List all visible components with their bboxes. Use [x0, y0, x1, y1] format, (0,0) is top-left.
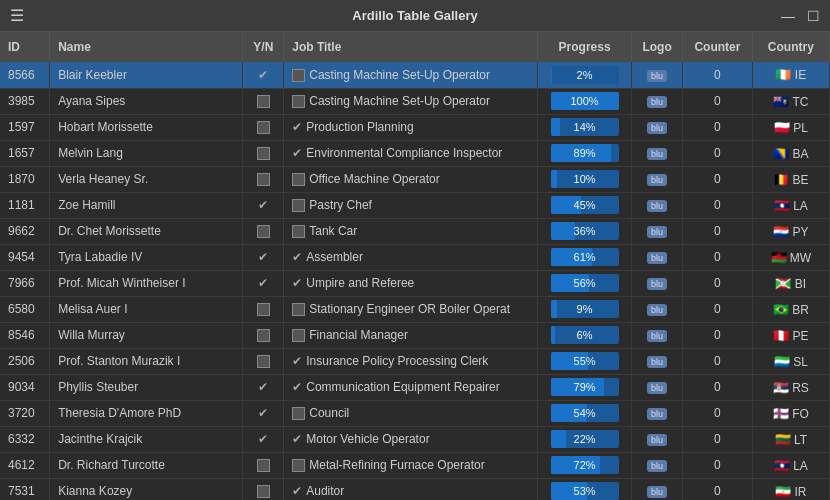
- cell-progress: 14%: [538, 114, 632, 140]
- cell-yn[interactable]: ✔: [243, 426, 284, 452]
- country-flag: 🇹🇨: [773, 94, 789, 109]
- cell-id: 6580: [0, 296, 50, 322]
- table-row[interactable]: 1657Melvin LangEnvironmental Compliance …: [0, 140, 830, 166]
- table-row[interactable]: 1597Hobart MorissetteProduction Planning…: [0, 114, 830, 140]
- cell-yn[interactable]: ✔: [243, 270, 284, 296]
- cell-name: Willa Murray: [50, 322, 243, 348]
- cell-id: 1870: [0, 166, 50, 192]
- cell-yn[interactable]: ✔: [243, 192, 284, 218]
- cell-yn[interactable]: [243, 140, 284, 166]
- job-check-icon: [292, 250, 306, 264]
- table-row[interactable]: 7966Prof. Micah Wintheiser I✔Umpire and …: [0, 270, 830, 296]
- yn-unchecked-icon: [257, 121, 270, 134]
- cell-yn[interactable]: [243, 348, 284, 374]
- country-flag: 🇫🇴: [773, 406, 789, 421]
- cell-counter: 0: [683, 322, 753, 348]
- cell-yn[interactable]: ✔: [243, 374, 284, 400]
- progress-bar: 100%: [551, 92, 619, 110]
- progress-label: 72%: [551, 459, 619, 471]
- cell-id: 7531: [0, 478, 50, 500]
- table-row[interactable]: 3720Theresia D'Amore PhD✔Council 54% blu…: [0, 400, 830, 426]
- title-bar: ☰ Ardillo Table Gallery — ☐: [0, 0, 830, 32]
- progress-label: 9%: [551, 303, 619, 315]
- col-header-yn[interactable]: Y/N: [243, 32, 284, 62]
- cell-yn[interactable]: [243, 452, 284, 478]
- table-row[interactable]: 9034Phyllis Steuber✔Communication Equipm…: [0, 374, 830, 400]
- cell-counter: 0: [683, 270, 753, 296]
- cell-jobtitle: Council: [284, 400, 538, 426]
- col-header-name[interactable]: Name: [50, 32, 243, 62]
- table-row[interactable]: 1870Verla Heaney Sr.Office Machine Opera…: [0, 166, 830, 192]
- yn-checked-icon: ✔: [258, 380, 268, 394]
- progress-label: 6%: [551, 329, 619, 341]
- cell-yn[interactable]: [243, 478, 284, 500]
- table-row[interactable]: 9454Tyra Labadie IV✔Assembler 61% blu0🇲🇼…: [0, 244, 830, 270]
- col-header-country[interactable]: Country: [752, 32, 829, 62]
- progress-bar: 79%: [551, 378, 619, 396]
- cell-name: Zoe Hamill: [50, 192, 243, 218]
- maximize-button[interactable]: ☐: [807, 8, 820, 24]
- cell-logo: blu: [631, 244, 682, 270]
- table-row[interactable]: 1181Zoe Hamill✔Pastry Chef 45% blu0🇱🇦 LA: [0, 192, 830, 218]
- progress-label: 61%: [551, 251, 619, 263]
- table-row[interactable]: 8566Blair Keebler✔Casting Machine Set-Up…: [0, 62, 830, 88]
- progress-bar: 56%: [551, 274, 619, 292]
- cell-yn[interactable]: [243, 218, 284, 244]
- cell-id: 7966: [0, 270, 50, 296]
- job-check-icon: [292, 120, 306, 134]
- cell-counter: 0: [683, 452, 753, 478]
- cell-yn[interactable]: [243, 322, 284, 348]
- cell-yn[interactable]: ✔: [243, 400, 284, 426]
- col-header-progress[interactable]: Progress: [538, 32, 632, 62]
- col-header-counter[interactable]: Counter: [683, 32, 753, 62]
- cell-yn[interactable]: ✔: [243, 244, 284, 270]
- cell-name: Verla Heaney Sr.: [50, 166, 243, 192]
- cell-logo: blu: [631, 166, 682, 192]
- table-container: ID Name Y/N Job Title Progress Logo Coun…: [0, 32, 830, 500]
- table-row[interactable]: 4612Dr. Richard TurcotteMetal-Refining F…: [0, 452, 830, 478]
- cell-country: 🇲🇼 MW: [752, 244, 829, 270]
- table-row[interactable]: 3985Ayana SipesCasting Machine Set-Up Op…: [0, 88, 830, 114]
- hamburger-icon[interactable]: ☰: [10, 6, 24, 25]
- country-code: BA: [793, 147, 809, 161]
- cell-jobtitle: Metal-Refining Furnace Operator: [284, 452, 538, 478]
- minimize-button[interactable]: —: [781, 8, 795, 24]
- progress-bar: 10%: [551, 170, 619, 188]
- table-row[interactable]: 2506Prof. Stanton Murazik IInsurance Pol…: [0, 348, 830, 374]
- job-uncheck-icon: [292, 225, 305, 238]
- table-row[interactable]: 7531Kianna KozeyAuditor 53% blu0🇮🇷 IR: [0, 478, 830, 500]
- cell-name: Hobart Morissette: [50, 114, 243, 140]
- job-check-icon: [292, 146, 306, 160]
- job-check-icon: [292, 432, 306, 446]
- cell-progress: 10%: [538, 166, 632, 192]
- country-code: BI: [795, 277, 806, 291]
- cell-country: 🇵🇱 PL: [752, 114, 829, 140]
- table-row[interactable]: 9662Dr. Chet MorissetteTank Car 36% blu0…: [0, 218, 830, 244]
- table-row[interactable]: 8546Willa MurrayFinancial Manager 6% blu…: [0, 322, 830, 348]
- cell-jobtitle: Production Planning: [284, 114, 538, 140]
- logo-badge: blu: [647, 226, 667, 238]
- logo-badge: blu: [647, 200, 667, 212]
- progress-bar: 55%: [551, 352, 619, 370]
- col-header-logo[interactable]: Logo: [631, 32, 682, 62]
- cell-id: 4612: [0, 452, 50, 478]
- cell-progress: 2%: [538, 62, 632, 88]
- col-header-jobtitle[interactable]: Job Title: [284, 32, 538, 62]
- cell-yn[interactable]: [243, 114, 284, 140]
- cell-yn[interactable]: ✔: [243, 62, 284, 88]
- cell-country: 🇷🇸 RS: [752, 374, 829, 400]
- logo-badge: blu: [647, 122, 667, 134]
- country-code: PY: [793, 225, 809, 239]
- col-header-id[interactable]: ID: [0, 32, 50, 62]
- cell-logo: blu: [631, 478, 682, 500]
- cell-yn[interactable]: [243, 166, 284, 192]
- cell-jobtitle: Casting Machine Set-Up Operator: [284, 62, 538, 88]
- table-row[interactable]: 6580Melisa Auer IStationary Engineer OR …: [0, 296, 830, 322]
- country-flag: 🇱🇦: [774, 198, 790, 213]
- cell-yn[interactable]: [243, 296, 284, 322]
- table-row[interactable]: 6332Jacinthe Krajcik✔Motor Vehicle Opera…: [0, 426, 830, 452]
- cell-country: 🇮🇪 IE: [752, 62, 829, 88]
- cell-yn[interactable]: [243, 88, 284, 114]
- progress-bar: 36%: [551, 222, 619, 240]
- cell-counter: 0: [683, 400, 753, 426]
